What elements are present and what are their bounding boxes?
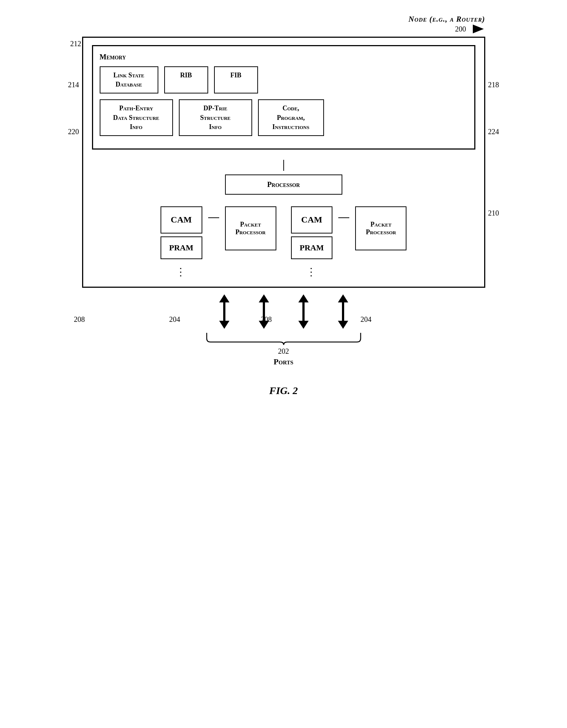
ref-208-left: 208 [74, 315, 85, 324]
arrow-shaft-3 [302, 302, 305, 321]
rib-box: RIB [164, 66, 208, 93]
double-arrow-3 [298, 294, 309, 329]
link-state-line2: Database [115, 81, 142, 88]
ref-208-right: 208 [261, 315, 272, 324]
double-arrow-1 [219, 294, 229, 329]
row2-boxes: Path-Entry Data Structure Info DP-Trie S… [100, 99, 468, 136]
path-entry-box: Path-Entry Data Structure Info [100, 99, 173, 136]
arrow-shaft-4 [342, 302, 344, 321]
memory-label: Memory [100, 53, 468, 61]
pram-box-left: PRAM [161, 236, 202, 260]
ports-ref-label: 202 [278, 347, 289, 356]
fig-label: FIG. 2 [269, 385, 298, 397]
cam-box-left: CAM [161, 206, 202, 234]
memory-box: Memory Link State Database RIB FIB Path-… [92, 45, 475, 150]
ref-218: 218 [488, 81, 499, 89]
arrows-row [219, 294, 348, 329]
dots-right: ⋮ [291, 266, 333, 278]
processor-box: Processor [225, 174, 342, 195]
arrow-up-2 [259, 294, 269, 302]
ref-224: 224 [488, 128, 499, 136]
bottom-section: CAM PRAM ⋮ PacketProcessor CAM [92, 206, 475, 278]
node-label: Node (e.g., a Router) [408, 15, 485, 24]
ref-204-left: 204 [169, 315, 180, 324]
unit-group-left: CAM PRAM ⋮ PacketProcessor [161, 206, 276, 278]
cam-pram-stack-left: CAM PRAM ⋮ [161, 206, 202, 278]
arrow-up-1 [219, 294, 229, 302]
arrow-down-4 [338, 321, 348, 329]
ports-label: Ports [274, 357, 294, 367]
outer-node-box: Memory Link State Database RIB FIB Path-… [82, 37, 485, 288]
arrow-up-4 [338, 294, 348, 302]
unit-group-right: CAM PRAM ⋮ PacketProcessor [291, 206, 407, 278]
arrow-down-3 [298, 321, 309, 329]
ports-section: 202 Ports [82, 291, 485, 367]
ref-212: 212 [70, 40, 81, 48]
ref-210: 210 [488, 209, 499, 217]
arrow-down-1 [219, 321, 229, 329]
packet-processor-box-right: PacketProcessor [355, 206, 406, 250]
code-box: Code, Program, Instructions [258, 99, 324, 136]
ref-204-right: 204 [361, 315, 372, 324]
link-state-box: Link State Database [100, 66, 158, 93]
node-ref-label: 200 [455, 25, 466, 33]
double-arrow-2 [259, 294, 269, 329]
link-state-line1: Link State [113, 71, 144, 79]
double-arrow-4 [338, 294, 348, 329]
cam-pram-stack-right: CAM PRAM ⋮ [291, 206, 333, 278]
ref-214: 214 [68, 81, 79, 89]
row1-boxes: Link State Database RIB FIB [100, 66, 468, 93]
arrow-up-3 [298, 294, 309, 302]
dp-trie-box: DP-Trie Structure Info [179, 99, 252, 136]
brace-svg [203, 331, 364, 346]
arrow-shaft-1 [223, 302, 225, 321]
fib-box: FIB [214, 66, 258, 93]
cam-box-right: CAM [291, 206, 333, 234]
ref-220: 220 [68, 128, 79, 136]
pram-box-right: PRAM [291, 236, 333, 260]
dots-left: ⋮ [161, 266, 202, 278]
packet-processor-box-left: PacketProcessor [225, 206, 276, 250]
